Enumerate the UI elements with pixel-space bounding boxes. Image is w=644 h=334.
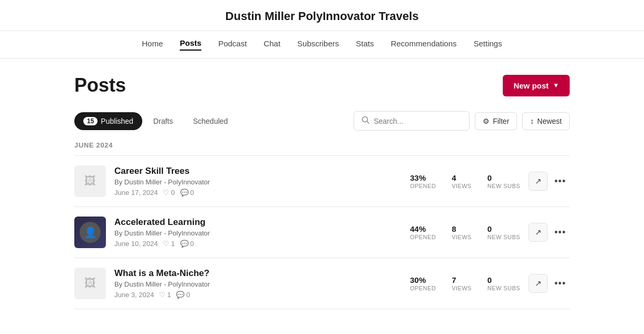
new-subs-value: 0 [487,276,520,284]
post-likes: ♡ 1 [159,291,171,299]
comment-icon: 💬 [176,291,184,299]
opened-label: OPENED [410,234,436,240]
post-actions-meta-niche: ↗ ••• [529,274,570,293]
tab-drafts[interactable]: Drafts [144,112,182,130]
heart-icon: ♡ [163,240,169,248]
stat-opened: 30% OPENED [410,276,436,291]
more-options-button[interactable]: ••• [551,223,570,242]
post-title: Accelerated Learning [114,217,402,228]
main-content: Posts New post ▼ 15 Published Drafts Sch… [64,58,580,325]
post-likes: ♡ 0 [163,189,174,197]
tab-scheduled[interactable]: Scheduled [184,112,237,130]
post-actions-accelerated-learning: ↗ ••• [529,223,570,242]
opened-label: OPENED [410,183,436,189]
new-subs-label: NEW SUBS [487,183,520,189]
section-date-june2024: June 2024 [74,141,570,151]
new-subs-value: 0 [487,173,520,182]
tab-published-label: Published [101,117,133,125]
post-meta: June 3, 2024 ♡ 1 💬 0 [114,291,402,299]
views-label: VIEWS [452,285,472,291]
nav-item-recommendations[interactable]: Recommendations [391,39,456,50]
stat-new-subs: 0 NEW SUBS [487,173,520,189]
nav-bar: Home Posts Podcast Chat Subscribers Stat… [0,31,644,58]
post-comments: 💬 0 [180,189,194,197]
stat-new-subs: 0 NEW SUBS [487,224,520,240]
post-date: June 3, 2024 [114,291,154,299]
post-comments: 💬 0 [176,291,190,299]
post-title: What is a Meta-Niche? [114,268,402,279]
new-subs-label: NEW SUBS [487,234,520,240]
post-info-meta-niche: What is a Meta-Niche? By Dustin Miller -… [114,268,402,299]
views-value: 7 [452,276,472,284]
post-thumbnail-career-skill-trees: 🖼 [74,165,106,197]
post-stats-meta-niche: 30% OPENED 7 VIEWS 0 NEW SUBS [410,276,520,291]
stat-views: 4 VIEWS [452,173,472,189]
search-input[interactable] [374,117,462,125]
views-value: 8 [452,224,472,233]
post-date: June 10, 2024 [114,240,158,248]
post-author: By Dustin Miller - PolyInnovator [114,229,402,237]
more-options-button[interactable]: ••• [551,274,570,293]
search-icon [362,116,369,126]
open-post-button[interactable]: ↗ [529,274,548,293]
filter-label: Filter [493,117,509,125]
tab-published[interactable]: 15 Published [74,112,142,130]
open-post-button[interactable]: ↗ [529,172,548,191]
posts-list: 🖼 Career Skill Trees By Dustin Miller - … [74,155,570,309]
comment-icon: 💬 [180,240,189,248]
page-title: Posts [74,74,126,96]
tab-drafts-label: Drafts [153,117,173,125]
post-date: June 17, 2024 [114,189,158,197]
filter-icon: ⚙ [483,117,490,125]
new-subs-label: NEW SUBS [487,285,520,291]
filter-button[interactable]: ⚙ Filter [475,112,517,130]
site-title: Dustin Miller PolyInnovator Travels [0,9,644,23]
site-header: Dustin Miller PolyInnovator Travels [0,0,644,31]
nav-item-settings[interactable]: Settings [474,39,502,50]
post-meta: June 17, 2024 ♡ 0 💬 0 [114,189,402,197]
post-info-accelerated-learning: Accelerated Learning By Dustin Miller - … [114,217,402,248]
nav-item-subscribers[interactable]: Subscribers [297,39,339,50]
svg-line-1 [367,122,369,124]
toolbar: 15 Published Drafts Scheduled [74,111,570,131]
nav-item-stats[interactable]: Stats [356,39,374,50]
nav-item-chat[interactable]: Chat [264,39,280,50]
heart-icon: ♡ [163,189,169,197]
stat-views: 7 VIEWS [452,276,472,291]
chevron-down-icon: ▼ [553,82,559,89]
new-post-button[interactable]: New post ▼ [503,75,570,96]
nav-item-posts[interactable]: Posts [180,38,201,51]
page-header: Posts New post ▼ [74,74,570,96]
post-author: By Dustin Miller - PolyInnovator [114,178,402,186]
post-actions-career-skill-trees: ↗ ••• [529,172,570,191]
views-label: VIEWS [452,234,472,240]
sort-button[interactable]: ↕ Newest [522,112,570,130]
stat-views: 8 VIEWS [452,224,472,240]
post-likes: ♡ 1 [163,240,174,248]
opened-value: 30% [410,276,436,284]
nav-item-podcast[interactable]: Podcast [218,39,247,50]
new-post-label: New post [513,81,549,90]
stat-opened: 33% OPENED [410,173,436,189]
new-subs-value: 0 [487,224,520,233]
post-row: 🖼 Career Skill Trees By Dustin Miller - … [74,156,570,207]
views-value: 4 [452,173,472,182]
more-options-button[interactable]: ••• [551,172,570,191]
heart-icon: ♡ [159,291,165,299]
tab-scheduled-label: Scheduled [193,117,228,125]
post-author: By Dustin Miller - PolyInnovator [114,280,402,288]
post-info-career-skill-trees: Career Skill Trees By Dustin Miller - Po… [114,166,402,197]
comment-icon: 💬 [180,189,189,197]
post-row: 🖼 What is a Meta-Niche? By Dustin Miller… [74,258,570,309]
open-post-button[interactable]: ↗ [529,223,548,242]
nav-item-home[interactable]: Home [142,39,163,50]
post-stats-career-skill-trees: 33% OPENED 4 VIEWS 0 NEW SUBS [410,173,520,189]
stat-new-subs: 0 NEW SUBS [487,276,520,291]
post-title: Career Skill Trees [114,166,402,176]
toolbar-right: ⚙ Filter ↕ Newest [354,111,570,131]
sort-label: Newest [537,117,562,125]
search-box[interactable] [354,111,470,131]
image-placeholder-icon: 🖼 [84,174,96,188]
post-meta: June 10, 2024 ♡ 1 💬 0 [114,240,402,248]
post-stats-accelerated-learning: 44% OPENED 8 VIEWS 0 NEW SUBS [410,224,520,240]
